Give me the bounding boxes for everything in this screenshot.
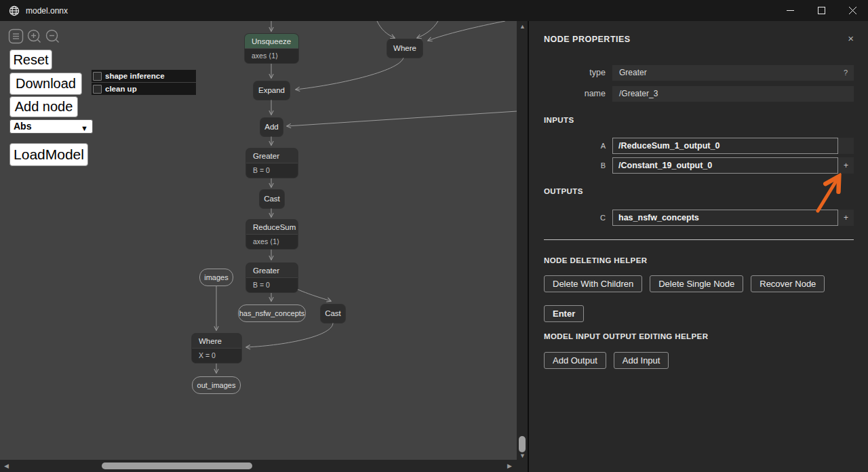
graph-node-where-2[interactable]: WhereX = 0 — [192, 334, 241, 363]
graph-node-add[interactable]: Add — [260, 118, 283, 136]
add-node-button[interactable]: Add node — [9, 96, 78, 117]
delete-single-node-button[interactable]: Delete Single Node — [650, 275, 743, 292]
graph-node-expand[interactable]: Expand — [254, 81, 290, 100]
type-label: type — [544, 65, 612, 81]
zoom-in-icon[interactable] — [26, 28, 42, 44]
io-helper-buttons: Add Output Add Input — [544, 352, 854, 369]
graph-toolbar — [8, 28, 60, 44]
input-a-label: A — [544, 138, 612, 154]
help-icon[interactable]: ? — [844, 65, 848, 81]
graph-node-attr: axes ⟨1⟩ — [245, 49, 298, 63]
scroll-up-icon[interactable]: ▲ — [519, 24, 526, 30]
clean-up-label: clean up — [105, 85, 137, 93]
scroll-down-icon[interactable]: ▼ — [519, 453, 526, 459]
operator-select-value: Abs — [14, 121, 31, 132]
name-label: name — [544, 86, 612, 102]
globe-icon — [9, 5, 20, 16]
checkbox-row-clean-up: clean up — [92, 83, 196, 95]
input-a-plus-slot — [838, 138, 854, 154]
graph-node-has-nsfw-concepts[interactable]: has_nsfw_concepts — [238, 304, 306, 322]
scroll-right-icon[interactable]: ▶ — [507, 463, 512, 469]
output-row-c: C + — [544, 210, 854, 226]
node-deleting-helper-heading: NODE DELETING HELPER — [544, 256, 854, 264]
vertical-scrollbar[interactable]: ▲ ▼ — [517, 21, 528, 460]
graph-node-where-top[interactable]: Where — [387, 39, 422, 58]
name-row: name /Greater_3 — [544, 86, 854, 102]
horizontal-scrollbar-thumb[interactable] — [102, 463, 252, 469]
graph-node-label: Unsqueeze — [245, 34, 298, 49]
maximize-button[interactable] — [806, 0, 837, 21]
inputs-heading: INPUTS — [544, 116, 854, 124]
graph-node-attr: B = 0 — [246, 163, 298, 178]
graph-node-label: Where — [192, 334, 241, 349]
shape-inference-label: shape inference — [105, 72, 165, 80]
clean-up-checkbox[interactable] — [93, 85, 102, 94]
scroll-left-icon[interactable]: ◀ — [4, 463, 9, 469]
outputs-heading: OUTPUTS — [544, 187, 854, 195]
download-button[interactable]: Download — [9, 73, 82, 95]
reset-button[interactable]: Reset — [9, 50, 52, 70]
vertical-scrollbar-thumb[interactable] — [519, 436, 526, 452]
graph-node-images[interactable]: images — [199, 269, 233, 286]
graph-node-attr: B = 0 — [246, 278, 298, 292]
output-c-field[interactable] — [612, 210, 838, 226]
output-c-strip: + — [612, 210, 854, 226]
type-row: type Greater ? — [544, 65, 854, 81]
graph-canvas[interactable]: Unsqueezeaxes ⟨1⟩WhereExpandAddGreaterB … — [0, 21, 528, 472]
close-window-button[interactable] — [837, 0, 868, 21]
input-b-strip: + — [612, 157, 854, 174]
node-properties-panel: NODE PROPERTIES × type Greater ? name /G… — [528, 21, 868, 472]
type-value[interactable]: Greater ? — [612, 65, 854, 81]
input-row-a: A — [544, 138, 854, 154]
input-b-plus-button[interactable]: + — [838, 157, 854, 174]
enter-button-row: Enter — [544, 305, 854, 322]
graph-node-unsqueeze[interactable]: Unsqueezeaxes ⟨1⟩ — [245, 34, 298, 63]
horizontal-scrollbar[interactable]: ◀ ▶ — [0, 460, 528, 472]
input-b-field[interactable] — [612, 157, 838, 174]
graph-node-out-images[interactable]: out_images — [192, 376, 241, 394]
titlebar: model.onnx — [0, 0, 868, 21]
graph-node-label: Greater — [246, 263, 298, 278]
graph-node-attr: X = 0 — [192, 349, 241, 363]
input-b-label: B — [544, 157, 612, 174]
graph-node-greater-2[interactable]: GreaterB = 0 — [246, 263, 298, 292]
checkbox-row-shape-inference: shape inference — [92, 70, 196, 82]
delete-helper-buttons: Delete With Children Delete Single Node … — [544, 275, 854, 292]
graph-node-reducesum[interactable]: ReduceSumaxes ⟨1⟩ — [246, 220, 298, 249]
divider — [544, 239, 854, 240]
add-input-button[interactable]: Add Input — [614, 352, 669, 369]
output-c-plus-button[interactable]: + — [838, 210, 854, 226]
load-model-button[interactable]: LoadModel — [9, 143, 88, 166]
add-output-button[interactable]: Add Output — [544, 352, 606, 369]
minimize-button[interactable] — [774, 0, 806, 21]
delete-with-children-button[interactable]: Delete With Children — [544, 275, 642, 292]
shape-inference-checkbox[interactable] — [93, 72, 102, 81]
panel-title: NODE PROPERTIES — [544, 35, 854, 44]
input-a-field[interactable] — [612, 138, 838, 154]
close-panel-icon[interactable]: × — [848, 33, 854, 44]
menu-icon[interactable] — [8, 28, 24, 44]
graph-node-greater-1[interactable]: GreaterB = 0 — [246, 149, 298, 178]
window-title: model.onnx — [26, 6, 68, 16]
operator-select[interactable]: Abs ▼ — [9, 119, 93, 134]
zoom-out-icon[interactable] — [45, 28, 60, 44]
recover-node-button[interactable]: Recover Node — [751, 275, 825, 292]
name-value[interactable]: /Greater_3 — [612, 86, 854, 102]
type-value-text: Greater — [619, 68, 647, 77]
name-value-text: /Greater_3 — [619, 89, 658, 98]
graph-node-label: Greater — [246, 149, 298, 163]
enter-button[interactable]: Enter — [544, 305, 584, 322]
graph-node-cast-1[interactable]: Cast — [260, 190, 284, 208]
graph-node-label: ReduceSum — [246, 220, 298, 235]
graph-node-attr: axes ⟨1⟩ — [246, 235, 298, 249]
graph-node-cast-2[interactable]: Cast — [321, 304, 345, 323]
model-io-editing-helper-heading: MODEL INPUT OUTPUT EDITING HELPER — [544, 332, 854, 340]
input-row-b: B + — [544, 157, 854, 174]
output-c-label: C — [544, 210, 612, 226]
input-a-strip — [612, 138, 854, 154]
chevron-down-icon: ▼ — [81, 122, 88, 135]
